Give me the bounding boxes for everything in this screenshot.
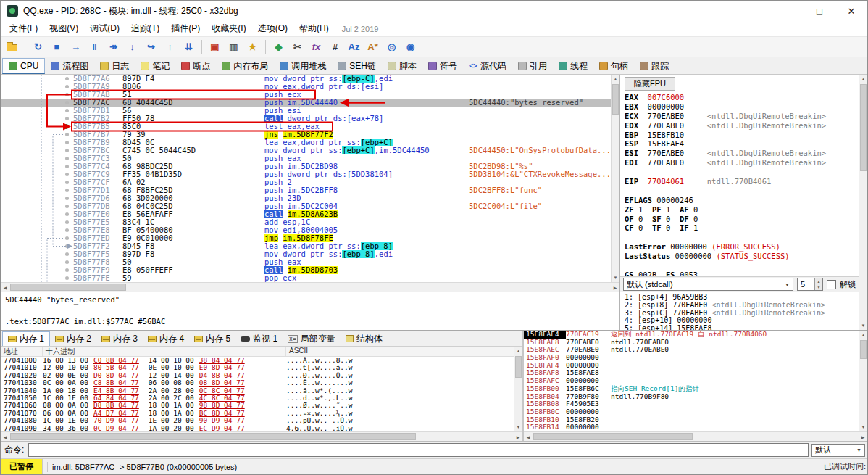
stack-hscroll-thumb[interactable] [533,433,693,440]
registers-view[interactable]: 隐藏FPU EAX 007C6000EBX 00000000ECX 770EAB… [620,75,859,276]
dump-row[interactable]: 770410801C 00 1E 0070 D9 04 771E 00 20 0… [1,417,514,424]
tab-locals[interactable]: x=局部变量 [283,331,341,346]
disasm-view[interactable]: 5D8F77A6897D F4mov dword ptr ss:[ebp-C],… [1,75,611,282]
close-button[interactable]: ✕ [835,1,867,21]
gutter-dot[interactable] [65,149,69,152]
step-over-button[interactable]: ↪ [142,38,160,56]
scroll-right-icon[interactable]: ▶ [859,432,867,441]
tab-dump-5[interactable]: 内存 5 [189,331,235,346]
tab-threads[interactable]: 线程 [553,58,593,74]
gutter-dot[interactable] [65,197,69,200]
run-button[interactable]: → [67,38,85,56]
gutter-dot[interactable] [65,157,69,160]
register-line[interactable] [625,186,859,196]
restart-button[interactable]: ↻ [29,38,47,56]
stepper-down-icon[interactable]: ▼ [815,284,822,290]
register-line[interactable]: ESP 15E8FAE4 [625,139,859,149]
stack-vscrollbar[interactable]: ▲ ▼ [859,331,867,431]
compare-button[interactable]: ◉ [401,38,420,56]
register-line[interactable]: EDI 770EABE0 <ntdll.DbgUiRemoteBreakin> [625,158,859,168]
register-line[interactable]: EBX 00000000 [625,102,859,112]
menu-item[interactable]: 调试(D) [84,21,125,36]
register-line[interactable]: LastStatus 00000000 (STATUS_SUCCESS) [625,252,859,261]
gutter-dot[interactable] [65,77,69,80]
tab-dump-3[interactable]: 内存 3 [96,331,143,346]
scroll-up-icon[interactable]: ▲ [612,75,620,83]
maximize-button[interactable]: □ [804,1,835,21]
pause-button[interactable]: ‖ [85,38,104,56]
scroll-left-icon[interactable]: ◀ [1,432,9,441]
menu-item[interactable]: 文件(F) [4,21,43,36]
scroll-left-icon[interactable]: ◀ [1,283,9,292]
register-line[interactable]: ECX 770EABE0 <ntdll.DbgUiRemoteBreakin> [625,112,859,121]
tab-seh[interactable]: SEH链 [332,58,382,74]
unlock-checkbox[interactable] [827,280,836,289]
scroll-down-icon[interactable]: ▼ [859,423,868,431]
gutter-dot[interactable] [65,85,69,88]
tab-dump-2[interactable]: 内存 2 [50,331,96,346]
search-button[interactable]: ◎ [383,38,401,56]
args-lines[interactable]: 1: [esp+4] 96A59BB32: [esp+8] 770EABE0 <… [620,292,859,330]
gutter-dot[interactable] [65,260,69,264]
stepper-up-icon[interactable]: ▲ [815,278,822,284]
tab-graph[interactable]: 流程图 [45,58,94,74]
minimize-button[interactable]: — [772,1,804,21]
gutter-dot[interactable] [65,101,69,104]
gutter-dot[interactable] [65,228,69,232]
stack-view[interactable]: 15E8FAE4770EAC19返回到 ntdll.770EAC19 自 ntd… [524,331,859,431]
register-line[interactable] [625,261,859,270]
register-line[interactable]: ESI 770EABE0 <ntdll.DbgUiRemoteBreakin> [625,149,859,158]
gutter-dot[interactable] [65,117,69,120]
register-line[interactable]: LastError 00000000 (ERROR_SUCCESS) [625,242,859,252]
scroll-up-icon[interactable]: ▲ [859,331,868,339]
gutter-dot[interactable] [65,189,69,192]
settings-button[interactable]: ▥ [225,38,243,56]
function-fx-button[interactable]: fx [307,38,325,56]
register-line[interactable]: EAX 007C6000 [625,93,859,102]
animate-button[interactable]: ⇊ [180,38,198,56]
registers-vscrollbar[interactable]: ▲ ▼ [859,75,867,330]
tab-dump-1[interactable]: 内存 1 [2,331,50,346]
gutter-dot[interactable] [65,276,69,280]
gutter-dot[interactable] [65,268,69,272]
stop-button[interactable]: ■ [48,38,66,56]
tab-handles[interactable]: 句柄 [593,58,634,74]
favourites-button[interactable]: ★ [243,38,262,56]
tab-trace[interactable]: 跟踪 [634,58,675,74]
scroll-up-icon[interactable]: ▲ [514,347,523,355]
dump-hscrollbar[interactable]: ◀ ▶ [1,431,522,441]
highlight-button[interactable]: A* [364,38,382,56]
scroll-up-icon[interactable]: ▲ [859,75,868,83]
patches-button[interactable]: ✂ [288,38,306,56]
scroll-down-icon[interactable]: ▼ [859,321,868,330]
tab-watch-1[interactable]: 监视 1 [235,331,283,346]
assemble-az-button[interactable]: Az [345,38,363,56]
gutter-dot[interactable] [65,252,69,256]
dump-hscroll-thumb[interactable] [10,433,416,440]
menu-item[interactable]: 插件(P) [165,21,206,36]
stack-hscrollbar[interactable]: ◀ ▶ [524,431,867,441]
gutter-dot[interactable] [65,181,69,184]
scroll-right-icon[interactable]: ▶ [514,432,522,441]
menu-item[interactable]: 选项(O) [252,21,293,36]
tab-symbols[interactable]: 符号 [422,58,463,74]
register-line[interactable]: EFLAGS 00000246 [625,196,859,205]
gutter-dot[interactable] [65,173,69,176]
gutter-dot[interactable] [65,109,69,112]
stack-row[interactable]: 15E8FB0C00000000 [524,408,859,416]
gutter-dot[interactable] [65,236,69,240]
menu-item[interactable]: 视图(V) [43,21,84,36]
dump-row[interactable]: 770410300C 00 0A 00C8 8B 04 7706 00 08 0… [1,379,514,387]
dump-row[interactable]: 7704109034 00 36 000C D9 04 771A 00 20 0… [1,425,514,431]
gutter-dot[interactable] [65,165,69,168]
register-line[interactable]: EIP 770B4061 ntdll.770B4061 [625,177,859,186]
tab-notes[interactable]: 笔记 [135,58,175,74]
shield-button[interactable]: ◆ [270,38,288,56]
tab-source[interactable]: <>源代码 [463,58,512,74]
register-line[interactable]: ZF 1 PF 1 AF 0 [625,205,859,215]
disasm-row[interactable]: 5D8F77FE59pop ecx [1,274,611,282]
tab-breakpoints[interactable]: 断点 [175,58,216,74]
register-line[interactable]: CF 0 TF 0 IF 1 [625,223,859,233]
register-line[interactable]: GS 002B FS 0053 [625,270,859,276]
menu-item[interactable]: 收藏夹(I) [206,21,251,36]
